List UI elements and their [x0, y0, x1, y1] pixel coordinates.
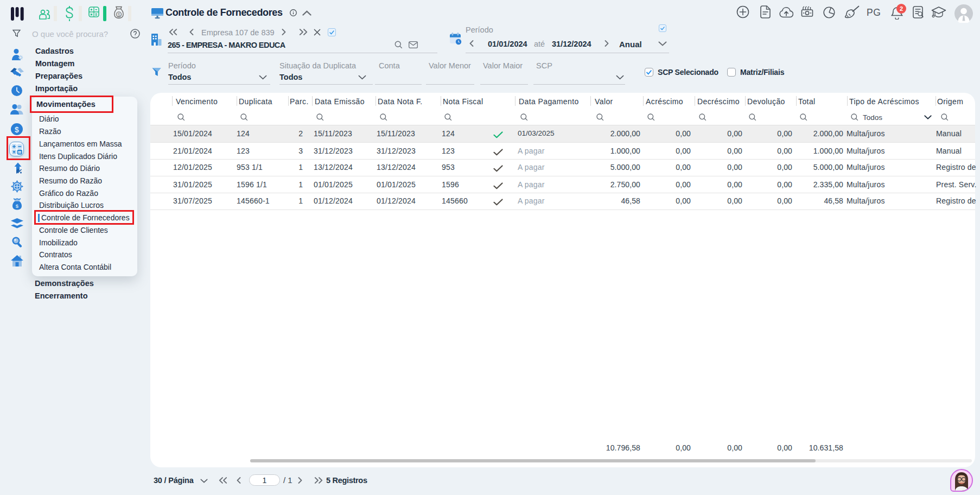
svg-text:$: $ — [16, 203, 19, 209]
svg-text:S: S — [117, 12, 120, 17]
svg-text:$: $ — [15, 125, 19, 134]
